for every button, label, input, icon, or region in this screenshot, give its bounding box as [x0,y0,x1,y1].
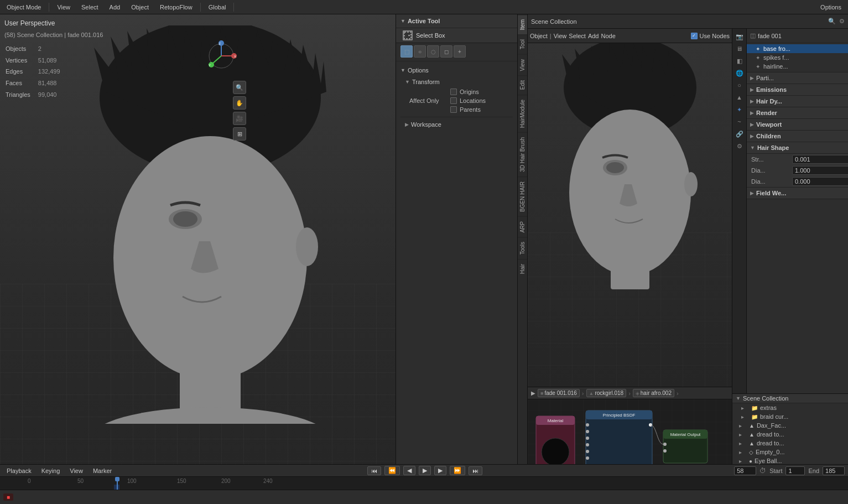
parents-checkbox[interactable] [450,106,457,113]
camera-icon-btn[interactable]: 🎥 [233,112,246,125]
constraint-props-icon[interactable]: 🔗 [734,128,745,139]
keying-menu[interactable]: Keying [38,466,64,475]
transform-header[interactable]: ▼ Transform [405,77,513,87]
emissions-section[interactable]: ▶ Emissions [747,84,848,96]
svg-point-35 [586,423,589,427]
global-menu[interactable]: Global [205,3,230,12]
scene-props-icon[interactable]: 🌐 [734,67,745,79]
grid-icon-lasso[interactable]: ◌ [427,45,439,58]
tab-edit[interactable]: Edit [518,75,527,94]
outliner-filter-icon[interactable]: ⚙ [839,18,845,25]
workspace-header[interactable]: ▶ Workspace [405,119,508,129]
viewport2-node-menu[interactable]: Node [601,33,615,39]
tab-bgenhair[interactable]: BGEN HAIR [518,176,527,216]
tab-hair[interactable]: Hair [518,259,527,278]
strand-input[interactable] [792,155,848,164]
object-menu[interactable]: Object [128,3,152,12]
collection-dread1[interactable]: ▸ ▲ dread to... [732,430,848,439]
hand-icon-btn[interactable]: ✋ [233,96,246,110]
magnify-icon-btn[interactable]: 🔍 [233,81,246,94]
current-frame-input[interactable]: 58 [734,466,756,475]
start-frame-input[interactable] [785,466,805,475]
origins-checkbox[interactable] [450,89,457,95]
playback-menu[interactable]: Playback [3,466,35,475]
diameter-input[interactable] [792,166,848,175]
prev-keyframe-btn[interactable]: ◀ [403,466,415,475]
hairline-item[interactable]: ✦ hairline... [747,62,848,71]
viewport2-object-menu[interactable]: Object [530,33,548,39]
timeline-view-menu[interactable]: View [66,466,86,475]
locations-row[interactable]: Locations [446,97,486,105]
view-layer-icon[interactable]: ◧ [734,55,745,66]
modifier-props-icon[interactable]: ⚙ [734,141,745,152]
tab-tool[interactable]: Tool [518,34,527,54]
grid-icon-plus[interactable]: + [454,45,466,58]
collection-extras[interactable]: ▸ 📁 extras [732,403,848,412]
viewport2-add-menu[interactable]: Add [588,33,599,39]
breadcrumb-object[interactable]: ▲ rockgirl.018 [586,389,627,397]
world-props-icon[interactable]: ○ [734,80,745,91]
options-menu[interactable]: Options [817,3,845,12]
collection-braid[interactable]: ▸ 📁 braid cur... [732,412,848,421]
render-props-icon[interactable]: 📷 [734,31,745,42]
physics-props-icon[interactable]: ~ [734,116,745,127]
options-header[interactable]: ▼ Options [400,65,513,76]
object-props-icon[interactable]: ▲ [734,92,745,103]
output-props-icon[interactable]: 🖥 [734,43,745,54]
retopoflow-menu[interactable]: RetopoFlow [157,3,196,12]
particle-section-header[interactable]: ▶ Parti... [747,72,848,84]
viewport2-view-menu[interactable]: View [554,33,567,39]
add-menu[interactable]: Add [106,3,124,12]
tab-view[interactable]: View [518,54,527,76]
marker-menu[interactable]: Marker [90,466,115,475]
field-we-section[interactable]: ▶ Field We... [747,188,848,199]
prev-frame-btn[interactable]: ⏪ [384,466,400,475]
tab-item[interactable]: Item [518,14,527,34]
grid-icon-circle[interactable]: ○ [414,45,426,58]
grid-icon-dotted-box[interactable]: ⬚ [400,45,413,58]
viewport-section[interactable]: ▶ Viewport [747,119,848,131]
use-nodes-checkbox[interactable]: ✓ [691,33,698,39]
outliner-collection-header[interactable]: ▼ Scene Collection [732,394,848,403]
select-menu[interactable]: Select [78,3,102,12]
next-keyframe-btn[interactable]: ▶ [434,466,446,475]
gizmo-area[interactable]: Z X Y [202,37,241,75]
origins-row[interactable]: Origins [446,88,486,96]
breadcrumb-scene[interactable]: ■ fade 001.016 [538,389,580,397]
play-btn[interactable]: ▶ [419,466,431,475]
view-menu[interactable]: View [54,3,74,12]
particle-props-icon[interactable]: ✦ [734,104,745,115]
hair-shape-header[interactable]: ▼ Hair Shape [747,142,848,154]
grid-icon-paint[interactable]: ◻ [440,45,452,58]
tab-tools[interactable]: Tools [518,237,527,259]
jump-start-btn[interactable]: ⏮ [367,466,381,475]
next-frame-btn[interactable]: ⏩ [450,466,465,475]
breadcrumb-data[interactable]: ◈ hair afro.002 [633,389,674,397]
parents-row[interactable]: Parents [446,106,486,113]
properties-split: 📷 🖥 ◧ 🌐 ○ ▲ ✦ ~ 🔗 ⚙ [732,29,848,393]
collection-dax[interactable]: ▸ ▲ Dax_Fac... [732,421,848,430]
render-section[interactable]: ▶ Render [747,107,848,119]
jump-end-btn[interactable]: ⏭ [469,466,482,475]
base-fro-item[interactable]: ✦ base fro... [747,44,848,53]
diameter2-input[interactable] [792,177,848,186]
select-box-item[interactable]: Select Box [396,28,517,43]
object-mode-menu[interactable]: Object Mode [3,3,44,12]
viewport2-select-menu[interactable]: Select [569,33,586,39]
use-nodes-control[interactable]: ✓ Use Nodes [691,33,730,39]
outliner-search-icon[interactable]: 🔍 [828,18,836,25]
children-section[interactable]: ▶ Children [747,131,848,142]
active-tool-header[interactable]: ▼ Active Tool [396,14,517,28]
tab-3dhairbrush[interactable]: 3D Hair Brush [518,132,527,176]
grid-icon-btn[interactable]: ⊞ [233,127,246,141]
locations-checkbox[interactable] [450,97,457,104]
spikes-f-item[interactable]: ✦ spikes f... [747,53,848,62]
end-frame-input[interactable] [823,466,845,475]
tab-arp[interactable]: ARP [518,216,527,237]
tab-hairmodule[interactable]: HairModule [518,95,527,132]
hairdy-section[interactable]: ▶ Hair Dy... [747,96,848,107]
collection-dread2[interactable]: ▸ ▲ dread to... [732,439,848,448]
parents-label: Parents [460,106,481,113]
collapse-arrow-active-tool: ▼ [400,18,405,24]
collection-empty0[interactable]: ▸ ◇ Empty_0... [732,448,848,456]
